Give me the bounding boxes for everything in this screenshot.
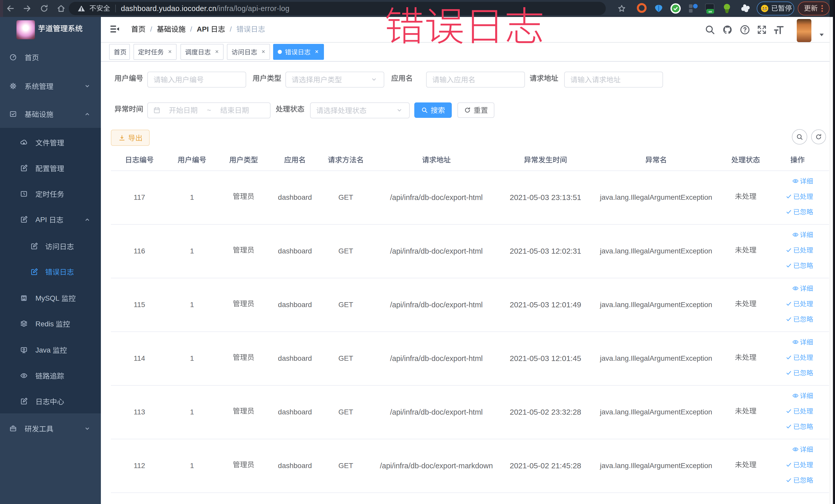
svg-text:on: on — [709, 10, 712, 13]
